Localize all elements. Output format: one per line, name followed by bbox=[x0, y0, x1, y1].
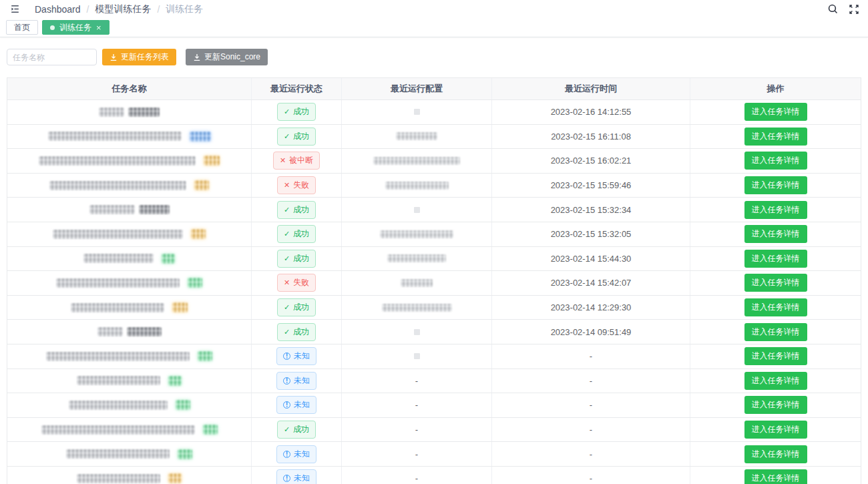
enter-task-detail-button[interactable]: 进入任务详情 bbox=[744, 372, 807, 390]
breadcrumb-separator: / bbox=[87, 4, 89, 15]
enter-task-detail-button[interactable]: 进入任务详情 bbox=[744, 103, 807, 121]
enter-task-detail-button[interactable]: 进入任务详情 bbox=[744, 225, 807, 243]
enter-task-detail-button[interactable]: 进入任务详情 bbox=[744, 298, 807, 316]
status-badge-success: ✓成功 bbox=[277, 250, 316, 268]
status-badge-unknown: !未知 bbox=[276, 396, 316, 414]
tab-training-tasks-active[interactable]: 训练任务 × bbox=[42, 20, 110, 35]
enter-task-detail-button[interactable]: 进入任务详情 bbox=[744, 128, 807, 146]
censored-config bbox=[387, 254, 446, 262]
table-row: ✕失败2023-02-14 15:42:07进入任务详情 bbox=[7, 271, 861, 296]
task-name-cell bbox=[7, 100, 251, 124]
action-cell: 进入任务详情 bbox=[690, 320, 861, 344]
censored-task-name bbox=[89, 205, 135, 214]
task-name-cell bbox=[7, 467, 251, 484]
download-icon bbox=[110, 53, 118, 61]
tab-home[interactable]: 首页 bbox=[6, 20, 38, 35]
censored-task-name bbox=[127, 327, 162, 336]
table-row: ✓成功2023-02-15 15:32:05进入任务详情 bbox=[7, 222, 861, 247]
status-failed-icon: ✕ bbox=[284, 182, 290, 189]
action-cell: 进入任务详情 bbox=[690, 271, 861, 295]
time-cell: - bbox=[491, 418, 690, 442]
status-badge-unknown: !未知 bbox=[276, 445, 316, 463]
status-success-icon: ✓ bbox=[284, 255, 290, 262]
censored-task-name bbox=[39, 156, 196, 166]
enter-task-detail-button[interactable]: 进入任务详情 bbox=[744, 421, 807, 439]
enter-task-detail-button[interactable]: 进入任务详情 bbox=[744, 274, 807, 292]
status-label: 未知 bbox=[294, 350, 310, 362]
enter-task-detail-button[interactable]: 进入任务详情 bbox=[744, 445, 807, 463]
status-success-icon: ✓ bbox=[284, 230, 290, 238]
enter-task-detail-button[interactable]: 进入任务详情 bbox=[744, 396, 807, 414]
enter-task-detail-button[interactable]: 进入任务详情 bbox=[744, 347, 807, 365]
green-tag bbox=[188, 278, 202, 288]
status-failed-icon: ✕ bbox=[284, 279, 290, 286]
menu-fold-icon[interactable] bbox=[8, 3, 21, 16]
action-cell: 进入任务详情 bbox=[690, 467, 861, 484]
status-badge-success: ✓成功 bbox=[277, 421, 316, 439]
green-tag bbox=[162, 254, 175, 264]
fullscreen-icon[interactable] bbox=[848, 3, 860, 15]
status-label: 成功 bbox=[293, 326, 309, 338]
time-cell: - bbox=[491, 344, 690, 369]
action-cell: 进入任务详情 bbox=[690, 344, 861, 369]
status-cell: ✕失败 bbox=[251, 271, 341, 295]
enter-task-detail-button[interactable]: 进入任务详情 bbox=[744, 201, 807, 219]
enter-task-detail-button[interactable]: 进入任务详情 bbox=[744, 250, 807, 268]
time-cell: - bbox=[491, 442, 690, 466]
toolbar: 更新任务列表 更新Sonic_core bbox=[0, 37, 868, 65]
status-label: 成功 bbox=[293, 253, 309, 264]
task-name-cell bbox=[7, 247, 251, 271]
config-cell bbox=[341, 222, 491, 246]
status-badge-unknown: !未知 bbox=[276, 469, 316, 484]
table-row: ✓成功--进入任务详情 bbox=[7, 418, 861, 443]
task-name-cell bbox=[7, 393, 251, 417]
tab-close-icon[interactable]: × bbox=[96, 23, 101, 32]
action-cell: 进入任务详情 bbox=[690, 222, 861, 246]
table-row: ✓成功2023-02-15 16:11:08进入任务详情 bbox=[7, 125, 861, 150]
column-header-config: 最近运行配置 bbox=[341, 78, 491, 99]
censored-config bbox=[385, 182, 449, 190]
enter-task-detail-button[interactable]: 进入任务详情 bbox=[744, 176, 807, 194]
action-cell: 进入任务详情 bbox=[690, 247, 861, 271]
status-cell: !未知 bbox=[251, 393, 341, 417]
status-label: 成功 bbox=[293, 204, 309, 216]
green-tag bbox=[168, 376, 182, 386]
status-badge-unknown: !未知 bbox=[276, 347, 316, 365]
status-badge-failed: ✕失败 bbox=[277, 274, 316, 292]
update-task-list-button[interactable]: 更新任务列表 bbox=[102, 49, 176, 65]
time-cell: 2023-02-14 12:29:30 bbox=[491, 296, 690, 320]
tab-bar: 首页 训练任务 × bbox=[0, 18, 868, 37]
table-row: ✓成功2023-02-16 14:12:55进入任务详情 bbox=[7, 100, 861, 125]
censored-task-name bbox=[48, 132, 182, 141]
update-sonic-core-button[interactable]: 更新Sonic_core bbox=[186, 49, 268, 65]
breadcrumb-item-model-training[interactable]: 模型训练任务 bbox=[95, 3, 151, 15]
config-cell bbox=[341, 125, 491, 149]
breadcrumb-item-dashboard[interactable]: Dashboard bbox=[35, 4, 81, 15]
censored-task-name bbox=[49, 181, 186, 190]
task-name-input[interactable] bbox=[7, 49, 97, 65]
task-name-cell bbox=[7, 271, 251, 295]
search-icon[interactable] bbox=[827, 3, 839, 15]
action-cell: 进入任务详情 bbox=[690, 442, 861, 466]
top-navbar: Dashboard / 模型训练任务 / 训练任务 bbox=[0, 0, 868, 18]
task-name-cell bbox=[7, 222, 251, 246]
table-row: ✓成功2023-02-14 12:29:30进入任务详情 bbox=[7, 296, 861, 320]
censored-config bbox=[396, 132, 437, 140]
status-label: 成功 bbox=[293, 424, 309, 435]
status-success-icon: ✓ bbox=[284, 328, 290, 336]
enter-task-detail-button[interactable]: 进入任务详情 bbox=[744, 323, 807, 341]
censored-task-name bbox=[99, 107, 124, 117]
task-name-cell bbox=[7, 442, 251, 466]
tab-training-tasks-label: 训练任务 bbox=[59, 22, 91, 33]
status-label: 被中断 bbox=[289, 155, 313, 166]
status-badge-success: ✓成功 bbox=[277, 298, 316, 316]
enter-task-detail-button[interactable]: 进入任务详情 bbox=[744, 152, 807, 170]
status-cell: ✓成功 bbox=[251, 247, 341, 271]
action-cell: 进入任务详情 bbox=[690, 296, 861, 320]
status-label: 未知 bbox=[294, 473, 310, 484]
enter-task-detail-button[interactable]: 进入任务详情 bbox=[744, 469, 807, 484]
column-header-status: 最近运行状态 bbox=[251, 78, 341, 99]
green-tag bbox=[176, 400, 190, 410]
censored-task-name bbox=[66, 449, 170, 459]
status-cell: ✕被中断 bbox=[251, 149, 341, 173]
